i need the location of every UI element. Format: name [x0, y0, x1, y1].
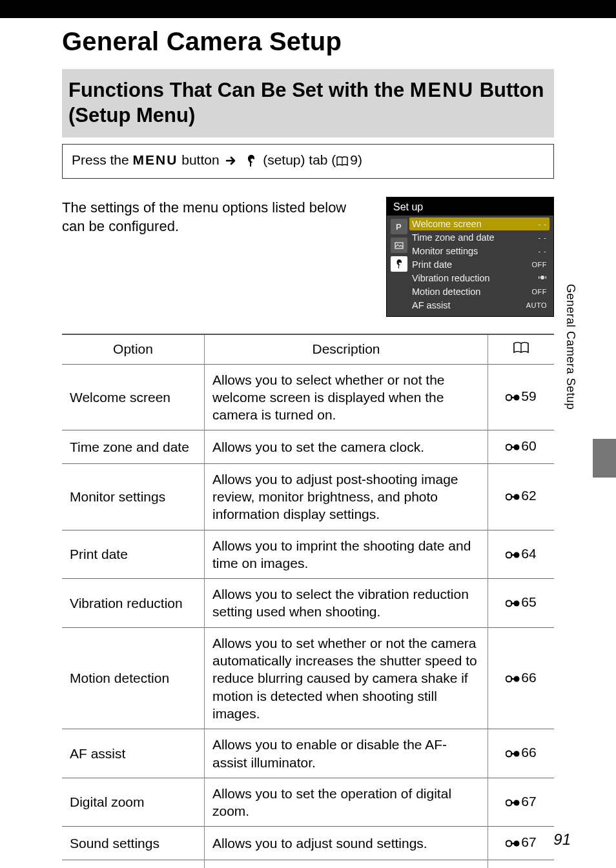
lcd-row: Motion detectionOFF: [409, 285, 549, 298]
cell-option: Time zone and date: [62, 430, 205, 463]
lcd-row-value: OFF: [528, 261, 547, 268]
lcd-row-label: Welcome screen: [412, 219, 482, 229]
section-heading-band: Functions That Can Be Set with the MENU …: [62, 69, 554, 137]
lcd-tab-column: P: [391, 217, 409, 312]
svg-text:P: P: [396, 222, 402, 232]
press-ref-num: 9: [350, 152, 358, 167]
lcd-row: Print dateOFF: [409, 258, 549, 271]
section-heading: Functions That Can Be Set with the MENU …: [68, 78, 548, 128]
cell-option: Sound settings: [62, 827, 205, 860]
page-number: 91: [553, 831, 571, 849]
table-row: Monitor settingsAllows you to adjust pos…: [62, 463, 554, 530]
lcd-row-value: - -: [528, 220, 547, 228]
menu-word-small: MENU: [133, 152, 178, 167]
lcd-row-label: AF assist: [412, 300, 451, 310]
arrow-right-icon: [225, 154, 237, 170]
lcd-row-label: Monitor settings: [412, 246, 478, 256]
cell-option: AF assist: [62, 729, 205, 778]
cell-option: Vibration reduction: [62, 579, 205, 628]
side-tab-mark: [593, 439, 616, 478]
lcd-row: Time zone and date- -: [409, 231, 549, 244]
cell-reference: 67: [488, 827, 555, 860]
press-pre: Press the: [72, 152, 133, 167]
lcd-row-label: Time zone and date: [412, 232, 495, 243]
reference-link-icon: [506, 547, 520, 564]
press-setup: (setup) tab (: [263, 152, 336, 167]
options-table: Option Description Welcome screenAllows …: [62, 334, 554, 869]
cell-option: Welcome screen: [62, 364, 205, 430]
th-reference-icon: [488, 334, 555, 365]
ref-number: 67: [521, 834, 536, 849]
reference-link-icon: [506, 439, 520, 456]
lcd-row-value: OFF: [528, 288, 547, 296]
cell-description: Allows you to imprint the shooting date …: [205, 530, 488, 579]
intro-paragraph: The settings of the menu options listed …: [62, 197, 371, 236]
lcd-rows: Welcome screen- -Time zone and date- -Mo…: [409, 217, 549, 312]
cell-description: Allows you to select whether or not the …: [205, 364, 488, 430]
cell-description: Allows you to adjust post-shooting image…: [205, 463, 488, 530]
top-black-bar: [0, 0, 616, 18]
table-row: Auto offAllows you to set the amount of …: [62, 860, 554, 868]
table-row: Digital zoomAllows you to set the operat…: [62, 778, 554, 827]
table-row: Vibration reductionAllows you to select …: [62, 579, 554, 628]
cell-reference: 67: [488, 778, 555, 827]
reference-link-icon: [506, 794, 520, 812]
lcd-row-value: - -: [528, 234, 547, 241]
lcd-row-value: - -: [528, 247, 547, 255]
side-tab-label: General Camera Setup: [564, 284, 577, 410]
cell-reference: 60: [488, 430, 555, 463]
table-row: Welcome screenAllows you to select wheth…: [62, 364, 554, 430]
cell-option: Print date: [62, 530, 205, 579]
cell-description: Allows you to set the camera clock.: [205, 430, 488, 463]
table-row: Time zone and dateAllows you to set the …: [62, 430, 554, 463]
book-ref-icon: [336, 154, 349, 170]
lcd-tab-p: P: [391, 219, 407, 234]
th-description: Description: [205, 334, 488, 365]
cell-reference: 59: [488, 364, 555, 430]
lcd-tab-setup: [391, 256, 407, 272]
instruction-box: Press the MENU button (setup) tab (9): [62, 144, 554, 179]
ref-number: 66: [521, 670, 536, 685]
ref-number: 67: [521, 794, 536, 809]
table-row: Sound settingsAllows you to adjust sound…: [62, 827, 554, 860]
lcd-row: Welcome screen- -: [409, 217, 549, 230]
cell-reference: 62: [488, 463, 555, 530]
cell-reference: 66: [488, 627, 555, 729]
cell-reference: 68: [488, 860, 555, 868]
cell-description: Allows you to set the operation of digit…: [205, 778, 488, 827]
chapter-title: General Camera Setup: [62, 27, 554, 56]
lcd-row-value: AUTO: [526, 301, 547, 309]
ref-number: 65: [521, 594, 536, 609]
ref-number: 62: [521, 488, 536, 503]
reference-link-icon: [506, 595, 520, 612]
lcd-row-value: [528, 273, 547, 283]
table-row: AF assistAllows you to enable or disable…: [62, 729, 554, 778]
lcd-row-label: Motion detection: [412, 287, 480, 297]
cell-description: Allows you to set the amount of time tha…: [205, 860, 488, 868]
cell-option: Monitor settings: [62, 463, 205, 530]
table-row: Motion detectionAllows you to set whethe…: [62, 627, 554, 729]
cell-option: Auto off: [62, 860, 205, 868]
lcd-tab-playback: [391, 237, 407, 253]
reference-link-icon: [506, 671, 520, 688]
reference-link-icon: [506, 745, 520, 763]
cell-reference: 66: [488, 729, 555, 778]
lcd-row: AF assistAUTO: [409, 299, 549, 312]
cell-reference: 65: [488, 579, 555, 628]
reference-link-icon: [506, 835, 520, 853]
cell-option: Digital zoom: [62, 778, 205, 827]
cell-description: Allows you to enable or disable the AF-a…: [205, 729, 488, 778]
menu-word: MENU: [410, 79, 474, 101]
cell-option: Motion detection: [62, 627, 205, 729]
ref-number: 66: [521, 745, 536, 760]
th-option: Option: [62, 334, 205, 365]
press-end: ): [358, 152, 362, 167]
ref-number: 59: [521, 389, 536, 403]
ref-number: 60: [521, 438, 536, 453]
lcd-row-label: Print date: [412, 259, 452, 270]
cell-description: Allows you to set whether or not the cam…: [205, 627, 488, 729]
cell-description: Allows you to adjust sound settings.: [205, 827, 488, 860]
table-row: Print dateAllows you to imprint the shoo…: [62, 530, 554, 579]
setup-wrench-icon: [245, 154, 257, 170]
svg-point-3: [540, 276, 544, 279]
